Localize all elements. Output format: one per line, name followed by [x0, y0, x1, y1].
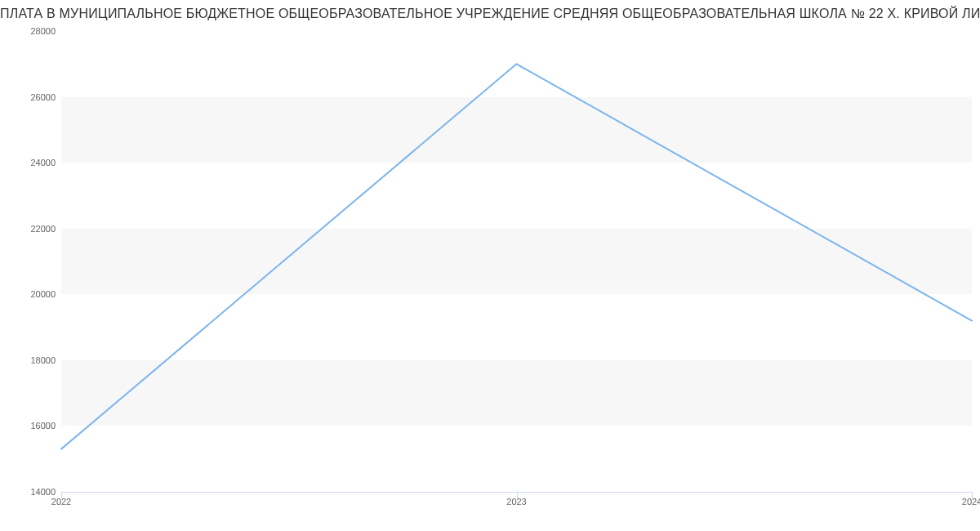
x-tick-label: 2023 — [506, 497, 526, 506]
x-tick-label: 2022 — [51, 497, 71, 506]
y-tick-label: 22000 — [30, 224, 56, 234]
y-tick-label: 26000 — [30, 92, 56, 102]
y-tick-label: 20000 — [30, 289, 56, 299]
y-tick-label: 24000 — [30, 158, 56, 167]
y-tick-label: 28000 — [30, 26, 56, 36]
plot-area — [61, 31, 972, 492]
y-tick-label: 14000 — [30, 487, 56, 497]
y-tick-label: 16000 — [30, 421, 56, 431]
line-chart-svg — [61, 31, 972, 492]
y-tick-label: 18000 — [30, 355, 56, 365]
data-series-line — [61, 64, 972, 448]
x-tick-label: 2024 — [962, 497, 980, 506]
chart-container: ПЛАТА В МУНИЦИПАЛЬНОЕ БЮДЖЕТНОЕ ОБЩЕОБРА… — [0, 0, 980, 531]
chart-title: ПЛАТА В МУНИЦИПАЛЬНОЕ БЮДЖЕТНОЕ ОБЩЕОБРА… — [0, 0, 980, 21]
